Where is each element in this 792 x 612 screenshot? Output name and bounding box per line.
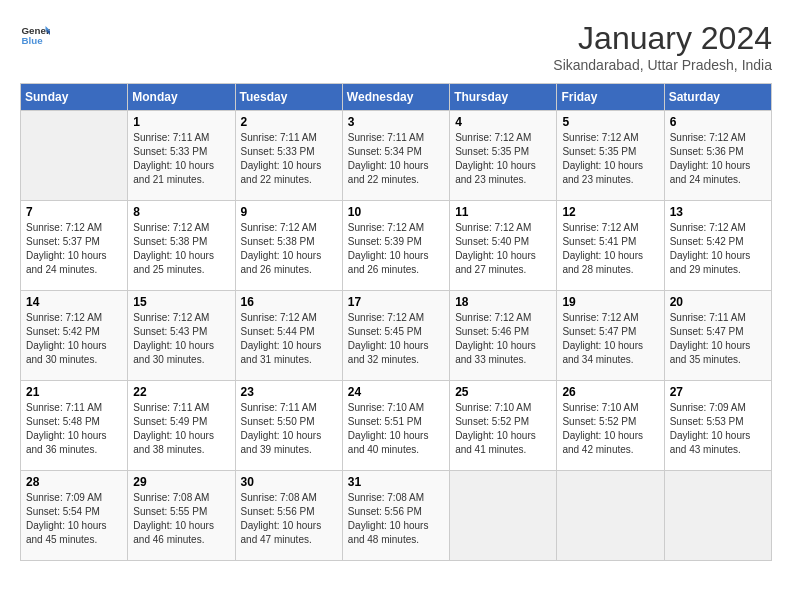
day-number: 29 [133,475,229,489]
calendar-week-row: 28Sunrise: 7:09 AMSunset: 5:54 PMDayligh… [21,471,772,561]
day-number: 7 [26,205,122,219]
page-header: General Blue January 2024 Sikandarabad, … [20,20,772,73]
calendar-cell: 15Sunrise: 7:12 AMSunset: 5:43 PMDayligh… [128,291,235,381]
calendar-body: 1Sunrise: 7:11 AMSunset: 5:33 PMDaylight… [21,111,772,561]
day-info: Sunrise: 7:08 AMSunset: 5:56 PMDaylight:… [348,491,444,547]
day-number: 4 [455,115,551,129]
day-info: Sunrise: 7:12 AMSunset: 5:42 PMDaylight:… [26,311,122,367]
calendar-cell [664,471,771,561]
calendar-cell: 21Sunrise: 7:11 AMSunset: 5:48 PMDayligh… [21,381,128,471]
calendar-cell: 17Sunrise: 7:12 AMSunset: 5:45 PMDayligh… [342,291,449,381]
calendar-cell [557,471,664,561]
calendar-cell: 3Sunrise: 7:11 AMSunset: 5:34 PMDaylight… [342,111,449,201]
calendar-cell: 29Sunrise: 7:08 AMSunset: 5:55 PMDayligh… [128,471,235,561]
calendar-cell: 27Sunrise: 7:09 AMSunset: 5:53 PMDayligh… [664,381,771,471]
day-number: 24 [348,385,444,399]
calendar-week-row: 1Sunrise: 7:11 AMSunset: 5:33 PMDaylight… [21,111,772,201]
day-number: 14 [26,295,122,309]
calendar-cell: 9Sunrise: 7:12 AMSunset: 5:38 PMDaylight… [235,201,342,291]
day-info: Sunrise: 7:09 AMSunset: 5:54 PMDaylight:… [26,491,122,547]
day-info: Sunrise: 7:12 AMSunset: 5:35 PMDaylight:… [455,131,551,187]
day-number: 3 [348,115,444,129]
day-info: Sunrise: 7:12 AMSunset: 5:38 PMDaylight:… [133,221,229,277]
calendar-cell: 26Sunrise: 7:10 AMSunset: 5:52 PMDayligh… [557,381,664,471]
calendar-cell: 8Sunrise: 7:12 AMSunset: 5:38 PMDaylight… [128,201,235,291]
calendar-cell: 11Sunrise: 7:12 AMSunset: 5:40 PMDayligh… [450,201,557,291]
day-info: Sunrise: 7:11 AMSunset: 5:33 PMDaylight:… [133,131,229,187]
day-info: Sunrise: 7:11 AMSunset: 5:50 PMDaylight:… [241,401,337,457]
day-number: 8 [133,205,229,219]
day-info: Sunrise: 7:12 AMSunset: 5:47 PMDaylight:… [562,311,658,367]
calendar-cell: 16Sunrise: 7:12 AMSunset: 5:44 PMDayligh… [235,291,342,381]
day-number: 31 [348,475,444,489]
calendar-cell [450,471,557,561]
weekday-header: Tuesday [235,84,342,111]
logo-icon: General Blue [20,20,50,50]
day-number: 6 [670,115,766,129]
day-number: 19 [562,295,658,309]
calendar-cell: 30Sunrise: 7:08 AMSunset: 5:56 PMDayligh… [235,471,342,561]
day-number: 17 [348,295,444,309]
day-number: 26 [562,385,658,399]
calendar-cell: 12Sunrise: 7:12 AMSunset: 5:41 PMDayligh… [557,201,664,291]
day-number: 25 [455,385,551,399]
day-number: 11 [455,205,551,219]
day-number: 16 [241,295,337,309]
calendar-cell: 4Sunrise: 7:12 AMSunset: 5:35 PMDaylight… [450,111,557,201]
day-info: Sunrise: 7:11 AMSunset: 5:47 PMDaylight:… [670,311,766,367]
day-number: 15 [133,295,229,309]
calendar-cell: 23Sunrise: 7:11 AMSunset: 5:50 PMDayligh… [235,381,342,471]
weekday-header: Thursday [450,84,557,111]
month-title: January 2024 [553,20,772,57]
calendar-cell: 2Sunrise: 7:11 AMSunset: 5:33 PMDaylight… [235,111,342,201]
day-number: 18 [455,295,551,309]
calendar-week-row: 14Sunrise: 7:12 AMSunset: 5:42 PMDayligh… [21,291,772,381]
calendar-cell [21,111,128,201]
day-info: Sunrise: 7:10 AMSunset: 5:52 PMDaylight:… [562,401,658,457]
logo: General Blue [20,20,50,50]
calendar-cell: 10Sunrise: 7:12 AMSunset: 5:39 PMDayligh… [342,201,449,291]
day-number: 20 [670,295,766,309]
day-info: Sunrise: 7:12 AMSunset: 5:39 PMDaylight:… [348,221,444,277]
day-info: Sunrise: 7:12 AMSunset: 5:44 PMDaylight:… [241,311,337,367]
location-subtitle: Sikandarabad, Uttar Pradesh, India [553,57,772,73]
day-info: Sunrise: 7:08 AMSunset: 5:56 PMDaylight:… [241,491,337,547]
weekday-header: Saturday [664,84,771,111]
calendar-header-row: SundayMondayTuesdayWednesdayThursdayFrid… [21,84,772,111]
day-info: Sunrise: 7:11 AMSunset: 5:34 PMDaylight:… [348,131,444,187]
day-info: Sunrise: 7:12 AMSunset: 5:40 PMDaylight:… [455,221,551,277]
day-info: Sunrise: 7:10 AMSunset: 5:51 PMDaylight:… [348,401,444,457]
day-number: 28 [26,475,122,489]
day-number: 12 [562,205,658,219]
calendar-cell: 5Sunrise: 7:12 AMSunset: 5:35 PMDaylight… [557,111,664,201]
day-number: 1 [133,115,229,129]
day-number: 23 [241,385,337,399]
calendar-cell: 25Sunrise: 7:10 AMSunset: 5:52 PMDayligh… [450,381,557,471]
day-info: Sunrise: 7:12 AMSunset: 5:43 PMDaylight:… [133,311,229,367]
day-info: Sunrise: 7:12 AMSunset: 5:35 PMDaylight:… [562,131,658,187]
day-info: Sunrise: 7:12 AMSunset: 5:46 PMDaylight:… [455,311,551,367]
day-info: Sunrise: 7:12 AMSunset: 5:37 PMDaylight:… [26,221,122,277]
day-info: Sunrise: 7:12 AMSunset: 5:42 PMDaylight:… [670,221,766,277]
day-number: 5 [562,115,658,129]
weekday-header: Friday [557,84,664,111]
day-info: Sunrise: 7:12 AMSunset: 5:45 PMDaylight:… [348,311,444,367]
day-number: 30 [241,475,337,489]
day-number: 9 [241,205,337,219]
calendar-cell: 13Sunrise: 7:12 AMSunset: 5:42 PMDayligh… [664,201,771,291]
calendar-cell: 22Sunrise: 7:11 AMSunset: 5:49 PMDayligh… [128,381,235,471]
calendar-week-row: 21Sunrise: 7:11 AMSunset: 5:48 PMDayligh… [21,381,772,471]
calendar-cell: 20Sunrise: 7:11 AMSunset: 5:47 PMDayligh… [664,291,771,381]
calendar-week-row: 7Sunrise: 7:12 AMSunset: 5:37 PMDaylight… [21,201,772,291]
title-block: January 2024 Sikandarabad, Uttar Pradesh… [553,20,772,73]
day-info: Sunrise: 7:08 AMSunset: 5:55 PMDaylight:… [133,491,229,547]
calendar-cell: 6Sunrise: 7:12 AMSunset: 5:36 PMDaylight… [664,111,771,201]
calendar-cell: 31Sunrise: 7:08 AMSunset: 5:56 PMDayligh… [342,471,449,561]
day-number: 27 [670,385,766,399]
weekday-header: Wednesday [342,84,449,111]
calendar-table: SundayMondayTuesdayWednesdayThursdayFrid… [20,83,772,561]
calendar-cell: 28Sunrise: 7:09 AMSunset: 5:54 PMDayligh… [21,471,128,561]
day-number: 13 [670,205,766,219]
day-number: 10 [348,205,444,219]
day-info: Sunrise: 7:11 AMSunset: 5:49 PMDaylight:… [133,401,229,457]
